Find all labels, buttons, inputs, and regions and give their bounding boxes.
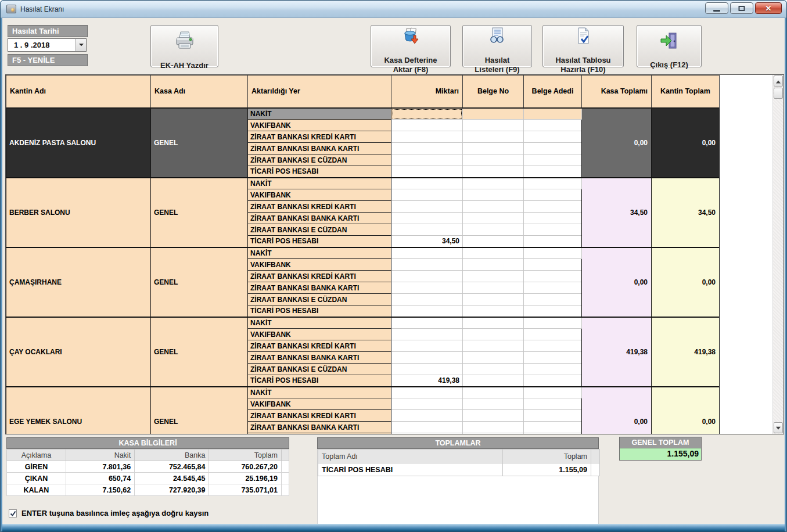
payment-type-cell[interactable]: ZİRAAT BANKASI KREDİ KARTI — [248, 131, 391, 143]
kasa-cell[interactable]: GENEL — [151, 247, 248, 317]
enter-checkbox[interactable] — [9, 509, 17, 517]
miktar-cell[interactable] — [391, 387, 463, 398]
miktar-cell[interactable] — [391, 154, 463, 166]
payment-type-cell[interactable]: TİCARİ POS HESABI — [248, 305, 391, 317]
scroll-up-button[interactable] — [774, 76, 783, 87]
belge-adedi-cell[interactable] — [524, 433, 582, 435]
payment-type-cell[interactable]: TİCARİ POS HESABI — [248, 375, 391, 387]
belge-adedi-cell[interactable] — [524, 178, 582, 189]
payment-type-cell[interactable]: NAKİT — [248, 247, 391, 259]
belge-no-cell[interactable] — [463, 108, 524, 120]
belge-no-cell[interactable] — [463, 189, 524, 201]
belge-adedi-cell[interactable] — [524, 166, 582, 178]
kantin-toplam-cell[interactable]: 0,00 — [652, 108, 720, 178]
miktar-cell[interactable] — [391, 120, 463, 131]
titlebar[interactable]: Hasılat Ekranı ✕ — [1, 1, 786, 18]
belge-adedi-cell[interactable] — [524, 375, 582, 387]
belge-adedi-cell[interactable] — [524, 213, 582, 224]
belge-adedi-cell[interactable] — [524, 329, 582, 340]
payment-type-cell[interactable]: VAKIFBANK — [248, 398, 391, 410]
belge-adedi-cell[interactable] — [524, 340, 582, 352]
payment-type-cell[interactable]: TİCARİ POS HESABI — [248, 166, 391, 178]
hasilat-listeleri-button[interactable]: Hasılat Listeleri (F9) — [462, 25, 532, 67]
kantin-cell[interactable]: ÇAY OCAKLARI — [6, 317, 151, 387]
payment-type-cell[interactable]: ZİRAAT BANKASI BANKA KARTI — [248, 143, 391, 154]
miktar-cell[interactable] — [391, 259, 463, 271]
payment-type-cell[interactable]: NAKİT — [248, 178, 391, 189]
kantin-toplam-cell[interactable]: 419,38 — [652, 317, 720, 387]
belge-adedi-cell[interactable] — [524, 201, 582, 213]
payment-type-cell[interactable]: VAKIFBANK — [248, 329, 391, 340]
belge-adedi-cell[interactable] — [524, 131, 582, 143]
payment-type-cell[interactable]: VAKIFBANK — [248, 259, 391, 271]
kasa-cell[interactable]: GENEL — [151, 387, 248, 435]
payment-type-cell[interactable]: ZİRAAT BANKASI BANKA KARTI — [248, 213, 391, 224]
belge-no-cell[interactable] — [463, 224, 524, 236]
hasilat-tablosu-button[interactable]: Hasılat Tablosu Hazırla (F10) — [542, 25, 624, 67]
kasa-cell[interactable]: GENEL — [151, 317, 248, 387]
belge-no-cell[interactable] — [463, 422, 524, 433]
date-picker[interactable]: 1 . 9 .2018 — [8, 38, 87, 52]
payment-type-cell[interactable]: ZİRAAT BANKASI BANKA KARTI — [248, 282, 391, 294]
payment-type-cell[interactable]: TİCARİ POS HESABI — [248, 236, 391, 247]
miktar-cell[interactable] — [391, 166, 463, 178]
miktar-cell[interactable] — [391, 398, 463, 410]
belge-no-cell[interactable] — [463, 398, 524, 410]
kantin-toplam-cell[interactable]: 0,00 — [652, 387, 720, 435]
belge-adedi-cell[interactable] — [524, 294, 582, 305]
belge-no-cell[interactable] — [463, 375, 524, 387]
miktar-cell[interactable] — [391, 340, 463, 352]
miktar-cell[interactable] — [391, 422, 463, 433]
belge-adedi-cell[interactable] — [524, 398, 582, 410]
kantin-toplam-cell[interactable]: 34,50 — [652, 178, 720, 247]
miktar-cell[interactable] — [391, 364, 463, 375]
miktar-cell[interactable] — [391, 247, 463, 259]
belge-no-cell[interactable] — [463, 247, 524, 259]
miktar-cell[interactable] — [391, 224, 463, 236]
payment-type-cell[interactable]: ZİRAAT BANKASI BANKA KARTI — [248, 422, 391, 433]
belge-adedi-cell[interactable] — [524, 352, 582, 364]
belge-no-cell[interactable] — [463, 120, 524, 131]
belge-no-cell[interactable] — [463, 131, 524, 143]
belge-adedi-cell[interactable] — [524, 282, 582, 294]
belge-adedi-cell[interactable] — [524, 189, 582, 201]
belge-no-cell[interactable] — [463, 213, 524, 224]
belge-adedi-cell[interactable] — [524, 317, 582, 329]
print-ekah-button[interactable]: EK-AH Yazdır — [150, 25, 218, 67]
belge-adedi-cell[interactable] — [524, 305, 582, 317]
payment-type-cell[interactable]: VAKIFBANK — [248, 189, 391, 201]
belge-no-cell[interactable] — [463, 236, 524, 247]
kasa-toplami-cell[interactable]: 419,38 — [582, 317, 652, 387]
belge-no-cell[interactable] — [463, 201, 524, 213]
scroll-thumb[interactable] — [774, 88, 783, 99]
kasa-toplami-cell[interactable]: 0,00 — [582, 108, 652, 178]
payment-type-cell[interactable]: ZİRAAT BANKASI KREDİ KARTI — [248, 410, 391, 422]
belge-adedi-cell[interactable] — [524, 271, 582, 282]
payment-type-cell[interactable]: NAKİT — [248, 387, 391, 398]
miktar-cell[interactable] — [391, 410, 463, 422]
kantin-cell[interactable]: AKDENİZ PASTA SALONU — [6, 108, 151, 178]
kasa-toplami-cell[interactable]: 0,00 — [582, 247, 652, 317]
belge-adedi-cell[interactable] — [524, 236, 582, 247]
belge-adedi-cell[interactable] — [524, 108, 582, 120]
belge-adedi-cell[interactable] — [524, 422, 582, 433]
miktar-cell[interactable] — [391, 433, 463, 435]
miktar-cell[interactable]: 419,38 — [391, 375, 463, 387]
belge-no-cell[interactable] — [463, 433, 524, 435]
minimize-button[interactable] — [705, 2, 728, 14]
miktar-cell[interactable] — [391, 189, 463, 201]
grid-row[interactable]: ÇAMAŞIRHANEGENELNAKİT0,000,00 — [6, 247, 720, 259]
belge-no-cell[interactable] — [463, 154, 524, 166]
payment-type-cell[interactable]: ZİRAAT BANKASI KREDİ KARTI — [248, 340, 391, 352]
belge-adedi-cell[interactable] — [524, 154, 582, 166]
miktar-cell[interactable] — [391, 213, 463, 224]
belge-adedi-cell[interactable] — [524, 143, 582, 154]
kasa-defterine-aktar-button[interactable]: Kasa Defterine Aktar (F8) — [371, 25, 451, 67]
miktar-cell[interactable] — [391, 294, 463, 305]
grid-vscrollbar[interactable] — [772, 75, 784, 434]
miktar-cell[interactable] — [391, 143, 463, 154]
belge-adedi-cell[interactable] — [524, 387, 582, 398]
kantin-cell[interactable]: ÇAMAŞIRHANE — [6, 247, 151, 317]
kasa-toplami-cell[interactable]: 34,50 — [582, 178, 652, 247]
miktar-cell[interactable] — [391, 317, 463, 329]
